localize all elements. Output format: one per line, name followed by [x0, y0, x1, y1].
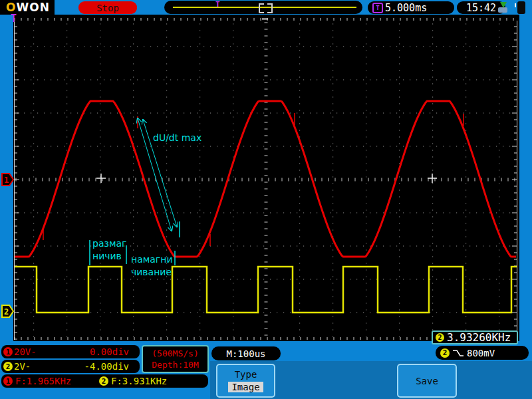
sample-rate: (500MS/s) [152, 348, 198, 358]
ch2-frequency: F:3.931KHz [111, 376, 167, 386]
acquisition-info-box: (500MS/s) Depth:10M [142, 345, 209, 373]
logo-letter-o: O [6, 1, 16, 14]
ch1-frequency: F:1.965KHz [15, 376, 99, 386]
save-type-label: Type [235, 369, 257, 380]
ch2-position-marker-digit: 2 [4, 307, 9, 317]
ch2-badge: 2 [3, 362, 13, 371]
ch1-position: 0.00div [90, 346, 129, 357]
battery-body [517, 1, 525, 14]
usb-arrow-shape [500, 2, 507, 8]
save-button[interactable]: Save [397, 364, 457, 398]
logo-letters: WON [16, 1, 49, 14]
battery-icon [515, 1, 526, 14]
main-timebase-readout: M:100us [211, 346, 281, 360]
save-button-label: Save [416, 376, 438, 386]
timebase-value: 5.000ms [385, 2, 427, 14]
counter-channel-badge: 2 [436, 333, 444, 342]
save-type-button[interactable]: Type Image [216, 364, 275, 398]
trigger-settings-icon: T [372, 3, 383, 13]
ch2-position-marker-shape [2, 305, 13, 317]
ch2-scale: 2V- [14, 361, 31, 372]
ch1-scale: 20V- [14, 346, 37, 357]
memory-window-right-bracket [267, 3, 273, 13]
frequency-readout-bar: 1 F:1.965KHz 2 F:3.931KHz [1, 374, 208, 388]
ch1-badge: 1 [3, 347, 13, 356]
trigger-position-marker: T [215, 1, 220, 8]
trigger-level-readout: 2 800mV [436, 346, 529, 360]
memory-window-left-bracket [259, 3, 264, 13]
ch2-info-readout: 2 2V- -4.00div [1, 360, 140, 373]
ch2-position: -4.00div [84, 361, 129, 372]
ch1-freq-badge: 1 [3, 376, 13, 386]
ch1-info-readout: 1 20V- 0.00div [1, 345, 140, 358]
usb-disk-shape [498, 7, 507, 13]
memory-depth: Depth:10M [152, 360, 198, 370]
clock-value: 15:42 [466, 2, 496, 14]
main-timebase-value: M:100us [226, 348, 265, 359]
battery-terminal [515, 3, 516, 7]
usb-storage-icon [497, 2, 509, 13]
acquisition-status-label: Stop [96, 3, 119, 13]
ch1-position-marker-shape [2, 174, 13, 186]
trigger-level-value: 800mV [467, 348, 495, 358]
graticule-area [13, 15, 519, 341]
horizontal-timebase-readout: T 5.000ms [368, 1, 454, 14]
trigger-channel-badge: 2 [440, 348, 450, 358]
ch2-freq-badge: 2 [99, 376, 108, 386]
memory-buffer-indicator: T [164, 1, 362, 14]
counter-value: 3.93260KHz [447, 331, 511, 344]
falling-edge-icon [452, 349, 464, 357]
brand-logo: OWON [6, 1, 50, 14]
memory-buffer-line [173, 7, 356, 8]
frequency-counter-box: 2 3.93260KHz [432, 331, 518, 344]
ch1-position-marker-digit: 1 [4, 176, 9, 185]
acquisition-status-badge: Stop [78, 1, 137, 14]
save-type-value: Image [228, 382, 263, 392]
oscilloscope-screen: OWON Stop T T 5.000ms 15:42 T12dU/dt max… [0, 0, 532, 399]
